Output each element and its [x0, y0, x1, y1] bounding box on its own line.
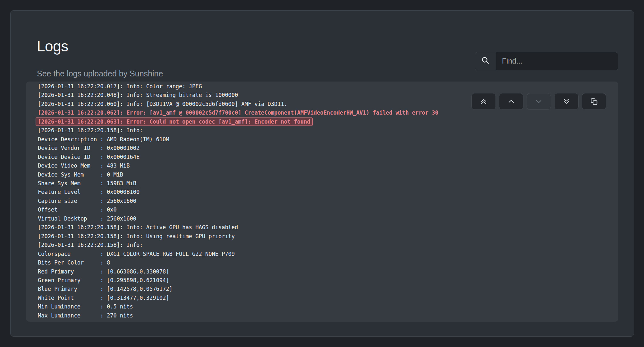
- log-line: Device Device ID : 0x0000164E: [38, 153, 606, 161]
- log-line: Share Sys Mem : 15983 MiB: [38, 179, 606, 188]
- log-line: Device Description : AMD Radeon(TM) 610M: [38, 135, 606, 144]
- log-line: [2026-01-31 16:22:20.158]: Info: Using r…: [38, 232, 606, 241]
- search-addon: [475, 52, 496, 70]
- log-line: Device Vendor ID : 0x00001002: [38, 144, 606, 152]
- scroll-to-top-button[interactable]: [471, 93, 496, 110]
- log-line: [2026-01-31 16:22:20.158]: Info: Active …: [38, 223, 606, 232]
- log-line: Min Luminance : 0.5 nits: [38, 302, 606, 311]
- log-toolbar: [471, 93, 606, 110]
- chevron-double-down-icon: [563, 98, 570, 105]
- log-line: Green Primary : [0.295898,0.621094]: [38, 276, 606, 285]
- previous-match-button[interactable]: [499, 93, 523, 110]
- find-input-group: [475, 52, 618, 70]
- log-line: Bits Per Color : 8: [38, 258, 606, 267]
- search-match-highlight: [2026-01-31 16:22:20.063]: Error: Could …: [36, 117, 313, 126]
- log-line: [2026-01-31 16:22:20.158]: Info:: [38, 241, 606, 249]
- log-content: [2026-01-31 16:22:20.017]: Info: Color r…: [26, 82, 618, 322]
- log-line: [2026-01-31 16:22:20.062]: Error: [av1_a…: [38, 108, 606, 117]
- log-line: Max Luminance : 270 nits: [38, 311, 606, 320]
- copy-icon: [590, 98, 598, 106]
- log-line: [2026-01-31 16:22:20.063]: Error: Could …: [38, 117, 606, 126]
- log-line: Capture size : 2560x1600: [38, 197, 606, 205]
- search-icon: [481, 56, 490, 66]
- copy-logs-button[interactable]: [582, 93, 606, 110]
- chevron-double-up-icon: [480, 98, 487, 105]
- log-line: Red Primary : [0.663086,0.330078]: [38, 267, 606, 276]
- log-line: [2026-01-31 16:22:20.017]: Info: Color r…: [38, 82, 606, 91]
- logs-card: Logs See the logs uploaded by Sunshine […: [10, 10, 634, 337]
- log-line: [2026-01-31 16:22:20.158]: Info:: [38, 126, 606, 135]
- scroll-to-bottom-button[interactable]: [554, 93, 579, 110]
- log-line: Feature Level : 0x0000B100: [38, 188, 606, 196]
- log-line: Colorspace : DXGI_COLOR_SPACE_RGB_FULL_G…: [38, 250, 606, 258]
- log-line: White Point : [0.313477,0.329102]: [38, 294, 606, 302]
- next-match-button: [527, 93, 551, 110]
- log-line: Virtual Desktop : 2560x1600: [38, 214, 606, 223]
- log-line: Offset : 0x0: [38, 205, 606, 214]
- log-viewer[interactable]: [2026-01-31 16:22:20.017]: Info: Color r…: [26, 82, 618, 322]
- page-subtitle: See the logs uploaded by Sunshine: [37, 69, 163, 78]
- log-line: Device Sys Mem : 0 MiB: [38, 170, 606, 179]
- chevron-up-icon: [507, 98, 515, 105]
- chevron-down-icon: [535, 98, 543, 105]
- search-input[interactable]: [496, 52, 618, 70]
- log-line: Blue Primary : [0.142578,0.0576172]: [38, 285, 606, 293]
- page-title: Logs: [37, 38, 68, 55]
- log-line: Device Video Mem : 483 MiB: [38, 161, 606, 170]
